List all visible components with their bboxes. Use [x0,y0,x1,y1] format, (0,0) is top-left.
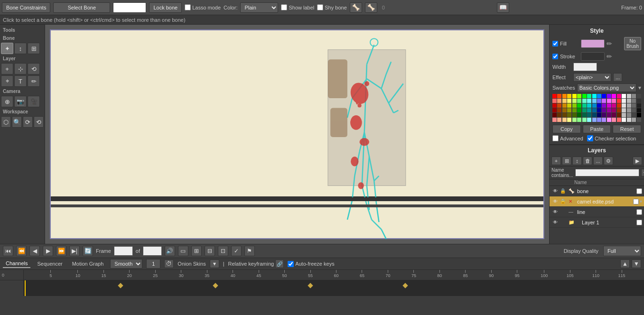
tl-down-btn[interactable]: ▼ [632,259,641,268]
pb-prev-btn[interactable]: ⏪ [16,246,27,256]
color-cell-5[interactable] [577,94,581,98]
color-cell-62[interactable] [592,108,597,112]
pb-fwd-frame-btn[interactable]: ▶| [69,246,80,256]
color-cell-46[interactable] [602,103,606,108]
stroke-color-swatch[interactable] [581,52,605,61]
color-cell-67[interactable] [617,108,621,112]
color-cell-33[interactable] [627,99,631,103]
camera-tool-1[interactable]: ⊕ [1,96,13,107]
color-cell-104[interactable] [622,118,626,122]
color-cell-25[interactable] [587,99,591,103]
color-cell-99[interactable] [597,118,601,122]
color-cell-45[interactable] [597,103,601,108]
pb-view-btn3[interactable]: ⊟ [205,246,215,256]
color-cell-16[interactable] [632,94,636,98]
color-cell-42[interactable] [582,103,587,108]
timeline-track[interactable] [24,280,644,296]
pb-begin-btn[interactable]: ⏮ [3,246,13,256]
tl-relative-icon[interactable]: 🔗 [275,259,284,268]
color-cell-8[interactable] [592,94,597,98]
color-cell-105[interactable] [627,118,631,122]
layer-vis-camel[interactable]: 👁 [551,198,559,205]
color-cell-31[interactable] [617,99,621,103]
layers-tool-expand[interactable]: ▶ [633,157,642,165]
color-cell-37[interactable] [557,103,561,108]
reset-btn[interactable]: Reset [613,125,641,133]
color-cell-58[interactable] [572,108,577,112]
color-cell-55[interactable] [557,108,561,112]
color-cell-85[interactable] [617,113,621,117]
color-cell-51[interactable] [627,103,631,108]
swatches-select[interactable]: Basic Colors.png [577,83,636,92]
color-cell-26[interactable] [592,99,597,103]
layer-check-camel[interactable] [633,199,639,204]
tl-interp-select[interactable]: Smooth [110,259,142,269]
bone-icon-btn1[interactable]: 🦴 [350,2,362,13]
color-cell-106[interactable] [632,118,636,122]
tl-tab-channels[interactable]: Channels [3,259,30,268]
color-cell-77[interactable] [577,113,581,117]
color-cell-30[interactable] [612,99,616,103]
color-cell-27[interactable] [597,99,601,103]
color-cell-90[interactable] [552,118,557,122]
color-cell-98[interactable] [592,118,597,122]
color-cell-64[interactable] [602,108,606,112]
tl-autofreeze-checkbox[interactable] [288,261,294,267]
color-cell-75[interactable] [567,113,571,117]
layer-check-layer1[interactable] [636,220,642,225]
pb-loop-btn[interactable]: 🔄 [83,246,93,256]
layer-vis-layer1[interactable]: 👁 [551,219,559,226]
layer-row-line[interactable]: 👁 — line [550,207,644,217]
lasso-mode-label[interactable]: Lasso mode [185,4,221,10]
tl-onion-btn[interactable]: ▾ [210,259,219,268]
layer-row-layer1[interactable]: 👁 📁 Layer 1 [550,217,644,228]
color-cell-107[interactable] [637,118,641,122]
bone-tool-2[interactable]: ↕ [14,43,27,54]
checker-checkbox[interactable] [587,135,593,141]
layer-tool-2[interactable]: ⊹ [14,63,27,74]
color-cell-52[interactable] [632,103,636,108]
color-cell-17[interactable] [637,94,641,98]
layers-tool-copy[interactable]: ⊞ [562,157,571,165]
layer-tool-4[interactable]: ⌖ [1,75,13,87]
width-input[interactable]: 1.28 [573,63,597,71]
advanced-checkbox[interactable] [552,135,559,141]
bone-tool-1[interactable]: ✦ [1,43,13,54]
color-cell-57[interactable] [567,108,571,112]
color-cell-56[interactable] [562,108,567,112]
color-cell-101[interactable] [607,118,611,122]
layers-tool-delete[interactable]: 🗑 [583,157,592,165]
color-cell-59[interactable] [577,108,581,112]
color-cell-54[interactable] [552,108,557,112]
tl-autofreeze-label[interactable]: Auto-freeze keys [288,261,335,267]
color-cell-13[interactable] [617,94,621,98]
color-cell-83[interactable] [607,113,611,117]
camera-tool-2[interactable]: 📷 [14,96,27,107]
color-cell-6[interactable] [582,94,587,98]
bone-constraints-btn[interactable]: Bone Constraints [2,2,50,13]
advanced-label[interactable]: Advanced [552,135,583,141]
color-cell-7[interactable] [587,94,591,98]
color-cell-72[interactable] [552,113,557,117]
camera-tool-3[interactable]: 🎥 [28,96,40,107]
tl-tab-sequencer[interactable]: Sequencer [34,260,65,268]
color-cell-2[interactable] [562,94,567,98]
color-cell-20[interactable] [562,99,567,103]
layer-row-camel[interactable]: 👁 🔒 ✕ camel edite.psd ▾ [550,196,644,207]
pb-view-btn1[interactable]: ▭ [178,246,188,256]
color-cell-19[interactable] [557,99,561,103]
color-cell-68[interactable] [622,108,626,112]
color-cell-70[interactable] [632,108,636,112]
layer-check-bone[interactable] [636,188,642,194]
fill-color-swatch[interactable] [581,39,605,48]
color-cell-36[interactable] [552,103,557,108]
color-cell-4[interactable] [572,94,577,98]
fill-edit-icon[interactable]: ✏ [607,40,612,47]
layer-vis-bone[interactable]: 👁 [551,187,559,195]
canvas-area[interactable] [45,25,549,244]
stroke-checkbox[interactable] [552,54,558,59]
pb-back-frame-btn[interactable]: ◀ [29,246,40,256]
color-cell-60[interactable] [582,108,587,112]
color-cell-10[interactable] [602,94,606,98]
color-cell-44[interactable] [592,103,597,108]
